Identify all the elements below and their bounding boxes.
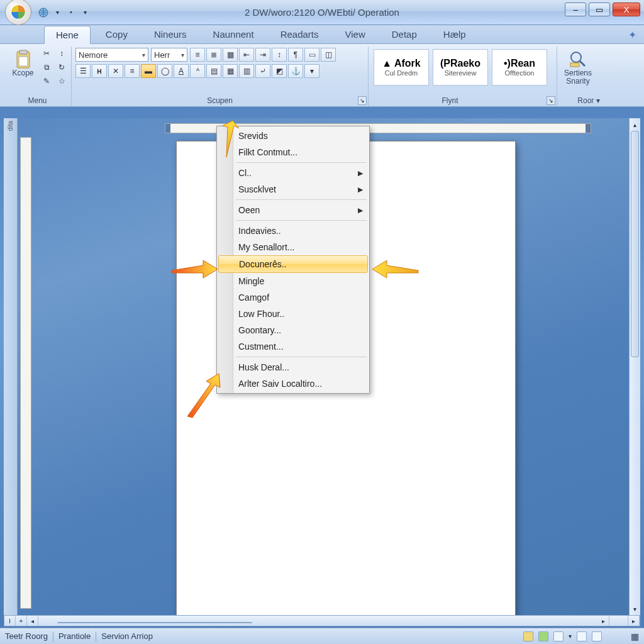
menu-item-label: Low Fhour.. — [238, 309, 284, 319]
char-button[interactable]: ᴬ — [190, 64, 205, 78]
hscroll-prev[interactable]: Ⅰ — [4, 616, 16, 626]
columns-button[interactable]: ▥ — [239, 64, 254, 78]
wrap-button[interactable]: ⤶ — [255, 64, 270, 78]
view-grid-icon[interactable]: ▦ — [631, 631, 639, 641]
tab-nineurs[interactable]: Nineurs — [143, 26, 198, 43]
status-dropdown-icon[interactable]: ▾ — [569, 633, 572, 640]
circle-button[interactable]: ◯ — [157, 64, 172, 78]
qat-dropdown-icon[interactable]: ▾ — [52, 7, 63, 18]
menu-item-husk-deral[interactable]: Husk Deral... — [217, 359, 369, 375]
menu-item-filkt-contmut[interactable]: Filkt Contmut... — [217, 144, 369, 160]
maximize-button[interactable]: ▭ — [589, 3, 610, 16]
status-icon-5[interactable] — [592, 631, 602, 641]
tab-hene[interactable]: Hene — [44, 26, 91, 44]
qat-more-icon[interactable]: ▾ — [79, 7, 91, 18]
style-card-1[interactable]: (PRaekoSitereview — [433, 49, 488, 86]
menu-item-indeavies[interactable]: Indeavies.. — [217, 223, 369, 239]
tab-detap[interactable]: Detap — [380, 26, 428, 43]
scroll-thumb[interactable] — [631, 131, 639, 357]
tab-view[interactable]: View — [334, 26, 377, 43]
bold-button[interactable]: ʜ — [92, 64, 107, 78]
office-logo-icon — [10, 4, 26, 20]
star-icon[interactable]: ☆ — [56, 75, 67, 87]
outdent-button[interactable]: ⇤ — [239, 48, 254, 62]
sort-button[interactable]: ↕ — [272, 48, 287, 62]
close-button[interactable]: X — [613, 3, 640, 16]
vertical-scrollbar[interactable]: ▴ ▾ — [629, 118, 640, 615]
style-card-0[interactable]: ▲ AforkCul Dredm — [374, 49, 429, 86]
status-text-1[interactable]: Teetr Roorg — [5, 631, 48, 641]
cut-icon[interactable]: ✂ — [41, 48, 52, 59]
horizontal-scrollbar[interactable]: Ⅰ + ◂ ▸ ▸ — [4, 615, 640, 626]
dropdown-button[interactable]: ▾ — [304, 64, 319, 78]
menu-item-arlter-saiv-localtiro[interactable]: Arlter Saiv Localtiro... — [217, 375, 369, 392]
menu-item-srevids[interactable]: Srevids — [217, 128, 369, 144]
scroll-up-icon[interactable]: ▴ — [630, 119, 640, 130]
menu-item-suscklvet[interactable]: Suscklvet▶ — [217, 181, 369, 197]
menu-item-my-senallort[interactable]: My Senallort... — [217, 239, 369, 255]
highlight-button[interactable]: ▬ — [141, 64, 156, 78]
vertical-ruler[interactable] — [20, 137, 31, 609]
scroll-down-icon[interactable]: ▾ — [630, 604, 640, 614]
status-icon-3[interactable] — [553, 631, 564, 641]
style-card-2[interactable]: •)ReanOfftection — [492, 49, 547, 86]
menu-item-custment[interactable]: Custment... — [217, 338, 369, 355]
left-rail: dita — [4, 118, 18, 615]
grid-button[interactable]: ▦ — [223, 48, 238, 62]
status-icon-2[interactable] — [538, 631, 548, 641]
menu-item-mingle[interactable]: Mingle — [217, 273, 369, 289]
globe-icon[interactable] — [38, 7, 49, 18]
tab-readarts[interactable]: Readarts — [269, 26, 330, 43]
font-name-combo[interactable]: Nemore ▾ — [75, 48, 148, 62]
menu-separator — [236, 162, 367, 163]
dialog-launcher-scupen[interactable]: ↘ — [358, 96, 367, 105]
hscroll-thumb[interactable] — [57, 622, 252, 623]
status-icon-4[interactable] — [577, 631, 587, 641]
font-color-button[interactable]: A — [174, 64, 189, 78]
hscroll-right[interactable]: ▸ — [598, 616, 609, 626]
office-button[interactable] — [5, 0, 31, 25]
find-button[interactable]: Sertiens Snarity — [561, 48, 595, 87]
align-left-button[interactable]: ≡ — [190, 48, 205, 62]
menu-item-goontary[interactable]: Goontary... — [217, 322, 369, 338]
hscroll-end[interactable]: ▸ — [628, 616, 640, 626]
menu-item-low-fhour[interactable]: Low Fhour.. — [217, 306, 369, 322]
table-button[interactable]: ▦ — [223, 64, 238, 78]
shading-button[interactable]: ◫ — [321, 48, 336, 62]
menu-item-camgof[interactable]: Camgof — [217, 289, 369, 306]
font-size-combo[interactable]: Herr ▾ — [151, 48, 187, 62]
fill-button[interactable]: ▤ — [206, 64, 221, 78]
hscroll-add[interactable]: + — [16, 616, 27, 626]
tab-naunnent[interactable]: Naunnent — [202, 26, 265, 43]
italic-button[interactable]: ✕ — [108, 64, 123, 78]
menu-item-docuner-s[interactable]: Docunerês.. — [218, 255, 368, 273]
status-text-2[interactable]: Prantiole — [58, 631, 91, 641]
object-button[interactable]: ◩ — [272, 64, 287, 78]
justify-button[interactable]: ≡ — [125, 64, 140, 78]
menu-item-label: Mingle — [238, 276, 264, 286]
help-icon[interactable]: ✦ — [628, 29, 636, 41]
redo-icon[interactable]: ↻ — [56, 62, 67, 73]
svg-rect-7 — [570, 63, 579, 67]
align-center-button[interactable]: ≣ — [206, 48, 221, 62]
minimize-button[interactable]: – — [565, 3, 586, 16]
menu-item-oeen[interactable]: Oeen▶ — [217, 202, 369, 218]
menu-item-cl[interactable]: Cl..▶ — [217, 165, 369, 181]
arrow-icon[interactable]: ↕ — [56, 48, 67, 59]
menu-item-label: Oeen — [238, 205, 260, 215]
border-button[interactable]: ▭ — [304, 48, 319, 62]
tab-hælp[interactable]: Hælp — [432, 26, 477, 43]
format-painter-icon[interactable]: ✎ — [41, 75, 52, 87]
status-text-3[interactable]: Servion Arriop — [101, 631, 153, 641]
anchor-button[interactable]: ⚓ — [288, 64, 303, 78]
status-icon-1[interactable] — [523, 631, 533, 641]
copy-icon[interactable]: ⧉ — [41, 62, 52, 73]
indent-button[interactable]: ⇥ — [255, 48, 270, 62]
list-button[interactable]: ☰ — [75, 64, 91, 78]
menu-item-label: Cl.. — [238, 168, 252, 178]
hscroll-left[interactable]: ◂ — [27, 616, 38, 626]
paste-button[interactable]: Kcope — [8, 48, 38, 79]
tab-copy[interactable]: Copy — [94, 26, 139, 43]
dialog-launcher-flynt[interactable]: ↘ — [547, 96, 555, 105]
show-marks-button[interactable]: ¶ — [288, 48, 303, 62]
